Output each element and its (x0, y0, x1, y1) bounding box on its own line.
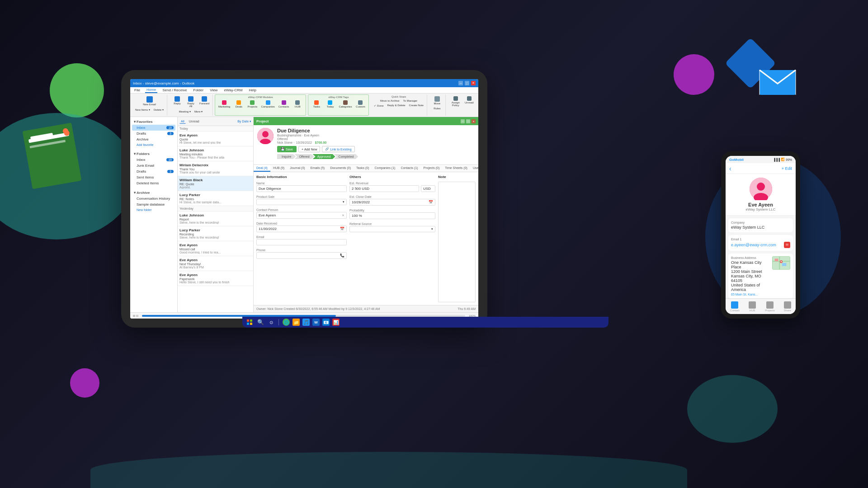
taskbar-search-icon[interactable]: 🔍 (256, 319, 265, 326)
ribbon-reply-btn[interactable]: Reply (171, 95, 184, 108)
project-close-btn[interactable]: ✕ (472, 119, 476, 123)
tab-documents[interactable]: Documents (0) (327, 165, 354, 172)
note-textarea[interactable] (438, 182, 476, 302)
tab-users[interactable]: Users (1) (470, 165, 478, 172)
ribbon-new-email-btn[interactable]: New Email (142, 95, 157, 107)
folders-header[interactable]: ▾ Folders (132, 151, 175, 157)
ribbon-projects-btn[interactable]: Projects (246, 99, 259, 109)
taskbar-explorer-btn[interactable]: 📁 (292, 319, 300, 326)
ribbon-forward-btn[interactable]: Forward (198, 95, 211, 108)
taskbar-widget-btn[interactable]: ⊙ (268, 319, 275, 326)
name-field-value[interactable]: Due Diligence (256, 185, 347, 192)
product-sale-value[interactable]: ▾ (256, 199, 347, 205)
tab-companies[interactable]: Companies (1) (372, 165, 398, 172)
ribbon-manager-btn[interactable]: To Manager (402, 99, 419, 103)
project-minimize-btn[interactable]: ─ (461, 119, 465, 123)
email-item-lucy-notes[interactable]: Lucy Parker RE: Notes Hi Steve, is the s… (178, 191, 253, 206)
email-item-eve-missed[interactable]: Eve Ayeen Missed call Good morning. I tr… (178, 241, 253, 256)
menu-file[interactable]: File (133, 88, 142, 93)
tab-journal[interactable]: Journal (0) (287, 165, 307, 172)
ribbon-done-btn[interactable]: ✓ Done (373, 103, 385, 108)
conversation-history[interactable]: Conversation History (132, 196, 175, 202)
menu-view[interactable]: View (208, 88, 219, 93)
menu-home[interactable]: Home (145, 87, 157, 93)
sidebar-drafts[interactable]: Drafts 3 (132, 131, 175, 136)
phone-back-btn[interactable]: ‹ (729, 165, 731, 172)
taskbar-word-btn[interactable]: W (312, 319, 320, 326)
email-item-lucy-recording[interactable]: Lucy Parker Recording Steve, here is the… (178, 226, 253, 241)
est-close-calendar-icon[interactable]: 📅 (429, 200, 433, 204)
email-item-miriam[interactable]: Miriam Delacroix Thank You Thank you for… (178, 161, 253, 176)
ribbon-contacts-btn[interactable]: Contacts (277, 99, 291, 109)
phone-nav-hub[interactable]: HUB (749, 301, 756, 312)
link-existing-btn[interactable]: 🔗 Link to Existing (322, 146, 354, 152)
ribbon-marketing-btn[interactable]: Marketing (217, 99, 231, 109)
folder-deleted[interactable]: Deleted Items (132, 180, 175, 186)
email-item-luke-report[interactable]: Luke Johnson Report Steve, here is the r… (178, 211, 253, 226)
email-item-eve-quote[interactable]: Eve Ayeen Quote Hi Steve, let me send yo… (178, 131, 253, 146)
tab-tasks[interactable]: Tasks (0) (354, 165, 372, 172)
ribbon-categories-btn[interactable]: Categories (337, 99, 353, 109)
ribbon-tasks-btn[interactable]: Tasks (310, 99, 323, 109)
phone-nav-contact[interactable]: Contact (730, 301, 740, 312)
tab-deal[interactable]: Deal (4) (254, 165, 270, 172)
taskbar-powerpoint-btn[interactable]: 📊 (332, 319, 340, 326)
ribbon-deals-btn[interactable]: Deals (232, 99, 245, 109)
folder-drafts[interactable]: Drafts 3 (132, 169, 175, 174)
email-item-william[interactable]: William Black RE: Quote Agreed. (178, 176, 253, 191)
map-thumbnail[interactable] (772, 256, 790, 270)
email-sort-btn[interactable]: By Date ▾ (237, 120, 251, 123)
contact-clear-icon[interactable]: ✕ (342, 214, 344, 217)
ribbon-assign-policy-btn[interactable]: Assign Policy (449, 95, 462, 108)
menu-help[interactable]: Help (247, 88, 257, 93)
referral-source-value[interactable]: ▾ (349, 226, 435, 232)
project-maximize-btn[interactable]: □ (466, 119, 470, 123)
sidebar-inbox[interactable]: Inbox 18 (132, 125, 175, 131)
ribbon-new-items-btn[interactable]: New Items ▾ (134, 108, 151, 112)
menu-eway[interactable]: eWay-CRM (222, 88, 244, 93)
date-received-value[interactable]: 11/30/2022 📅 (256, 225, 347, 232)
stage-completed-btn[interactable]: Completed (334, 154, 359, 159)
tab-contacts[interactable]: Contacts (1) (398, 165, 420, 172)
email-value[interactable] (256, 239, 347, 245)
menu-folder[interactable]: Folder (192, 88, 205, 93)
est-close-date-value[interactable]: 10/28/2022 📅 (349, 199, 435, 206)
archive-header[interactable]: ▾ Archive (132, 190, 175, 196)
ribbon-unread-btn[interactable]: Unread (463, 95, 476, 108)
favorites-header[interactable]: ▾ Favorites (132, 119, 175, 125)
stage-inquire-btn[interactable]: Inquire (277, 154, 296, 159)
phone-email-value[interactable]: e.ayeen@eway-crm.com (731, 243, 776, 247)
minimize-btn[interactable]: ─ (458, 81, 463, 85)
add-new-btn[interactable]: + Add New (298, 146, 321, 152)
ribbon-more-btn[interactable]: More ▾ (193, 109, 204, 113)
tab-timesheets[interactable]: Time Sheets (0) (442, 165, 470, 172)
ribbon-custom-btn[interactable]: Custom (354, 99, 367, 109)
maximize-btn[interactable]: □ (465, 81, 469, 85)
taskbar-outlook-btn[interactable]: 📧 (322, 319, 330, 326)
phone-nav-projects[interactable]: Projects (765, 301, 775, 312)
ribbon-hub-btn[interactable]: HUB (291, 99, 304, 109)
ribbon-companies-btn[interactable]: Companies (259, 99, 276, 109)
ribbon-move-btn[interactable]: Move (431, 95, 443, 106)
windows-btn[interactable] (246, 319, 253, 326)
probability-value[interactable]: 100 % (349, 212, 435, 219)
phone-nav-share[interactable]: Share (784, 301, 791, 312)
new-folder-link[interactable]: New folder (132, 207, 175, 212)
filter-unread-btn[interactable]: Unread (188, 119, 201, 123)
sidebar-archive[interactable]: Archive (132, 136, 175, 142)
ribbon-replyall-btn[interactable]: Reply All (184, 95, 197, 108)
sample-database[interactable]: Sample database (132, 202, 175, 207)
phone-add-btn[interactable]: + Edit (782, 166, 792, 171)
ribbon-today-btn[interactable]: Today (324, 99, 336, 109)
date-calendar-icon[interactable]: 📅 (340, 227, 344, 231)
folder-junk[interactable]: Junk Email (132, 163, 175, 169)
ribbon-reply-delete-btn[interactable]: Reply & Delete (386, 103, 406, 108)
add-favorite-link[interactable]: Add favorite (132, 142, 175, 147)
filter-all-btn[interactable]: All (179, 119, 186, 124)
taskbar-browser-btn[interactable]: 🌐 (283, 319, 290, 326)
ribbon-archive-btn[interactable]: Move to Archive (379, 99, 401, 103)
stage-offered-btn[interactable]: Offered (294, 154, 314, 159)
email-item-eve-thursday[interactable]: Eve Ayeen Next Thursday! At Barney's 8 P… (178, 256, 253, 271)
menu-send-receive[interactable]: Send / Receive (161, 88, 188, 93)
email-item-eve-paperwork[interactable]: Eve Ayeen Paperwork Hello Steve, I still… (178, 271, 253, 286)
